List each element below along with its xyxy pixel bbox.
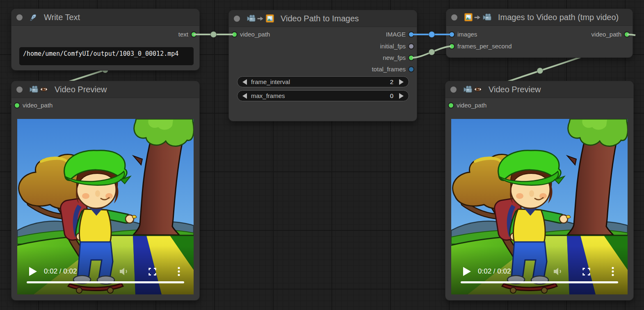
widget-max-frames[interactable]: max_frames 0 (237, 90, 409, 101)
node-images-to-video-path[interactable]: Images to Video path (tmp video) images … (446, 9, 633, 57)
input-row-video-path: video_path (445, 101, 633, 110)
output-row-video-path: video_path (446, 30, 633, 39)
volume-muted-icon[interactable] (119, 267, 130, 278)
output-label: total_frames (372, 66, 406, 73)
output-row-total-frames: total_frames (229, 65, 417, 74)
input-label: video_path (457, 102, 486, 109)
node-title: Images to Video path (tmp video) (498, 13, 619, 22)
node-title-bar[interactable]: Write Text (11, 9, 199, 26)
progress-bar[interactable] (27, 281, 184, 283)
arrow-right-icon (257, 15, 265, 23)
input-label: frames_per_second (457, 43, 512, 50)
decrement-arrow-icon[interactable] (242, 79, 247, 85)
progress-bar[interactable] (461, 281, 618, 283)
node-title: Write Text (44, 13, 80, 22)
collapse-toggle[interactable] (451, 14, 457, 21)
node-title-bar[interactable]: Video Preview (11, 81, 199, 98)
video-camera-icon (463, 85, 473, 94)
output-port-text[interactable] (191, 32, 197, 38)
widget-label: frame_interval (251, 78, 390, 85)
text-value-field[interactable]: /home/umen/ComfyUI/output/1003_0_00012.m… (19, 47, 194, 65)
video-camera-icon (482, 13, 492, 22)
output-label: new_fps (383, 54, 406, 61)
fullscreen-icon[interactable] (148, 267, 157, 278)
node-video-preview-right[interactable]: Video Preview video_path 0:02 / 0:02 (445, 81, 633, 300)
collapse-toggle[interactable] (16, 87, 23, 93)
collapse-toggle[interactable] (234, 16, 240, 22)
kebab-menu-icon[interactable] (611, 267, 614, 278)
output-port-total-frames[interactable] (408, 66, 414, 73)
eye-icon (473, 85, 482, 94)
decrement-arrow-icon[interactable] (242, 93, 247, 99)
output-port-image[interactable] (408, 32, 414, 38)
node-title-bar[interactable]: Video Preview (445, 81, 633, 98)
output-label: IMAGE (386, 31, 406, 38)
output-port-initial-fps[interactable] (408, 43, 414, 50)
video-camera-icon (247, 14, 256, 23)
output-label: text (178, 31, 188, 38)
node-title: Video Preview (55, 85, 107, 94)
video-camera-icon (29, 85, 39, 94)
play-icon[interactable] (28, 267, 37, 278)
input-row-video-path: video_path (11, 101, 199, 110)
widget-value[interactable]: 2 (390, 78, 393, 85)
node-title: Video Path to Images (281, 14, 359, 23)
node-title-bar[interactable]: Images to Video path (tmp video) (446, 9, 633, 26)
input-port-video-path[interactable] (14, 103, 20, 109)
play-icon[interactable] (462, 267, 471, 278)
fullscreen-icon[interactable] (582, 267, 591, 278)
time-display: 0:02 / 0:02 (478, 267, 511, 276)
output-label: initial_fps (380, 43, 406, 50)
video-controls: 0:02 / 0:02 (17, 246, 194, 294)
video-player[interactable]: 0:02 / 0:02 (451, 119, 628, 294)
widget-label: max_frames (251, 92, 390, 99)
link-midpoint-dot (429, 49, 435, 55)
kebab-menu-icon[interactable] (177, 267, 180, 278)
input-port-video-path[interactable] (448, 103, 454, 109)
output-row-new-fps: new_fps (229, 53, 417, 62)
widget-frame-interval[interactable]: frame_interval 2 (237, 76, 409, 87)
link-newfps-to-fps (412, 46, 451, 58)
eye-icon (39, 85, 48, 94)
collapse-toggle[interactable] (450, 87, 457, 93)
node-video-path-to-images[interactable]: Video Path to Images video_path IMAGE in… (229, 10, 417, 121)
node-graph-canvas[interactable]: Write Text text /home/umen/ComfyUI/outpu… (0, 0, 644, 310)
output-port-video-path[interactable] (624, 32, 630, 38)
input-port-frames-per-second[interactable] (449, 43, 455, 50)
collapse-toggle[interactable] (16, 14, 23, 21)
volume-muted-icon[interactable] (553, 267, 564, 278)
video-player[interactable]: 0:02 / 0:02 (17, 119, 194, 294)
node-title-bar[interactable]: Video Path to Images (229, 10, 417, 27)
output-row-initial-fps: initial_fps (229, 42, 417, 51)
input-row-frames-per-second: frames_per_second (446, 42, 633, 51)
pen-nib-icon (29, 13, 38, 22)
output-row-image: IMAGE (229, 30, 417, 39)
framed-picture-icon (464, 13, 473, 22)
link-midpoint-dot (429, 32, 435, 38)
output-port-new-fps[interactable] (408, 55, 414, 61)
input-label: video_path (23, 102, 53, 109)
link-midpoint-dot (537, 68, 543, 74)
link-midpoint-dot (210, 32, 217, 38)
node-title: Video Preview (489, 85, 541, 94)
video-controls: 0:02 / 0:02 (451, 246, 628, 294)
time-display: 0:02 / 0:02 (44, 267, 77, 276)
output-row-text: text (11, 30, 199, 39)
arrow-right-icon (474, 14, 482, 21)
node-video-preview-left[interactable]: Video Preview video_path 0:02 / 0:02 (11, 81, 199, 300)
output-label: video_path (591, 31, 621, 38)
node-write-text[interactable]: Write Text text /home/umen/ComfyUI/outpu… (11, 9, 199, 70)
increment-arrow-icon[interactable] (399, 79, 404, 85)
widget-value[interactable]: 0 (390, 92, 393, 99)
increment-arrow-icon[interactable] (399, 93, 404, 99)
framed-picture-icon (265, 14, 274, 23)
